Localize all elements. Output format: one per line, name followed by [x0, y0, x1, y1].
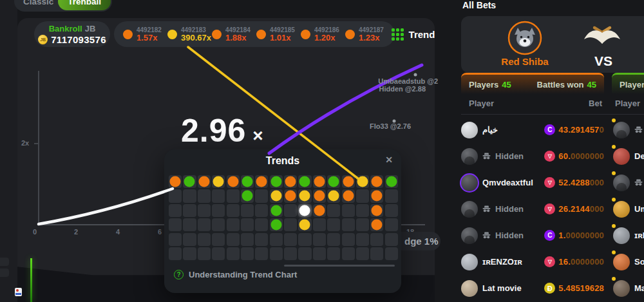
trend-cell — [385, 189, 398, 202]
bet-row[interactable]: H — [608, 117, 644, 143]
hidden-avatar-silhouette — [616, 130, 627, 138]
avatar — [461, 148, 478, 165]
trend-cell — [298, 233, 311, 246]
trend-cell — [342, 218, 355, 231]
trend-cell — [385, 175, 398, 188]
trend-cell — [227, 218, 240, 231]
bet-amount-group: C1.00000000 — [544, 230, 604, 241]
history-item[interactable]: 4492183390.67x — [167, 26, 212, 42]
column-header-player2: Player — [615, 99, 640, 108]
trend-cell — [356, 189, 369, 202]
jb-coin-icon: JB — [38, 35, 48, 44]
avatar — [613, 175, 630, 191]
trend-cell — [327, 175, 340, 188]
mode-tabs: Classic Trenball — [14, 0, 112, 12]
vs-label: VS — [594, 53, 612, 69]
trend-cell — [284, 233, 297, 246]
round-number: 4492183 — [181, 26, 211, 33]
trend-cell — [270, 233, 283, 246]
bet-row[interactable]: H — [608, 169, 644, 196]
avatar — [461, 254, 478, 270]
player-name: Soh — [634, 257, 644, 267]
incognito-icon — [634, 126, 643, 133]
coin-indicator-dot — [612, 145, 616, 149]
history-list: 44921821.57x4492183390.67x44921841.88x44… — [114, 21, 395, 47]
avatar — [613, 254, 630, 270]
multiplier-value: 2.96 — [181, 115, 246, 147]
tab-second-team-bets[interactable]: Players4 — [612, 73, 644, 94]
bet-row[interactable]: HiddenC1.00000000 — [461, 222, 604, 249]
trend-cell — [198, 189, 211, 202]
trend-dot-yellow — [299, 220, 310, 231]
history-item[interactable]: 44921861.20x — [301, 26, 345, 42]
trend-cell — [370, 204, 383, 217]
trends-button[interactable]: Trends — [392, 28, 435, 41]
trend-cell — [183, 175, 196, 188]
bet-row[interactable]: خيامC43.2914570 — [461, 117, 604, 143]
trend-cell — [370, 218, 383, 231]
avatar — [461, 280, 478, 297]
bets-list-left: خيامC43.2914570Hidden▽60.0000000Qmvdeaxt… — [461, 117, 604, 301]
trend-cell — [342, 247, 355, 260]
trend-cell — [298, 218, 311, 231]
bet-row[interactable]: Mad — [608, 275, 644, 301]
tab-classic[interactable]: Classic — [23, 0, 53, 6]
current-multiplier: 2.96 × — [181, 115, 263, 147]
tab-trenball[interactable]: Trenball — [58, 0, 111, 10]
bet-row[interactable]: Um — [608, 196, 644, 222]
hidden-avatar-silhouette — [464, 156, 475, 164]
trend-cell — [183, 247, 196, 260]
left-strip — [0, 0, 17, 302]
history-item[interactable]: 44921851.01x — [256, 26, 301, 42]
bet-row[interactable]: Hidden▽26.2144000 — [461, 196, 604, 222]
trend-cell — [255, 204, 268, 217]
trend-cell — [327, 204, 340, 217]
history-item[interactable]: 44921841.88x — [212, 26, 256, 42]
bet-row[interactable]: Hidden▽60.0000000 — [461, 143, 604, 169]
bankroll-selector[interactable]: BankrollJB JB 7117093576 — [34, 21, 110, 47]
trend-cell — [370, 175, 383, 188]
coin-trx-icon: ▽ — [544, 203, 555, 214]
y-axis-tick: 2x — [21, 139, 29, 147]
trend-cell — [169, 233, 182, 246]
trend-cell — [255, 218, 268, 231]
bet-row[interactable]: ɪʀENZOɪʀ▽16.0000000 — [461, 249, 604, 275]
trend-cell — [198, 233, 211, 246]
incognito-icon — [634, 179, 643, 186]
x-axis-tick: 0 — [33, 228, 37, 236]
player-name: Um — [634, 204, 644, 214]
close-icon[interactable]: ✕ — [385, 155, 393, 165]
bet-row[interactable]: Soh — [608, 249, 644, 275]
trend-grid-scrollbar[interactable] — [284, 265, 395, 267]
result-dot-icon — [256, 30, 266, 39]
x-axis-tick: 6 — [158, 228, 162, 236]
bet-row[interactable]: Qmvdeaxtful▽52.4288000 — [461, 169, 604, 196]
history-item[interactable]: 44921821.57x — [123, 26, 167, 42]
trend-cell — [169, 189, 182, 202]
round-multiplier: 1.88x — [225, 33, 251, 42]
trend-cell — [313, 233, 326, 246]
trend-cell — [241, 175, 254, 188]
crash-game-screen: Classic Trenball BankrollJB JB 711709357… — [0, 0, 644, 302]
trends-modal: Trends ✕ ? Understanding Trend Chart — [164, 149, 401, 293]
player-name: Hidden — [495, 204, 524, 214]
round-number: 4492186 — [314, 26, 339, 33]
trend-cell — [284, 189, 297, 202]
trend-cell — [255, 175, 268, 188]
team-versus-card: Red Shiba VS — [461, 16, 644, 73]
understanding-trend-chart-link[interactable]: ? Understanding Trend Chart — [174, 270, 297, 279]
bet-row[interactable]: Dev — [608, 143, 644, 169]
hidden-avatar-silhouette — [464, 236, 475, 243]
trend-dot-orange — [314, 205, 325, 216]
trend-cell — [327, 189, 340, 202]
bet-row[interactable]: Lat movieĐ5.48519628 — [461, 275, 604, 301]
bet-row[interactable]: ɪʀEN — [608, 222, 644, 249]
history-item[interactable]: 44921871.23x — [345, 26, 390, 42]
tab-red-shiba-bets[interactable]: Players45 Battles won45 — [461, 73, 604, 94]
bankroll-amount: 7117093576 — [51, 34, 106, 45]
trend-dot-orange — [372, 176, 383, 187]
divider — [461, 114, 644, 115]
result-dot-icon — [345, 30, 355, 39]
coin-indicator-dot — [612, 198, 616, 202]
y-tick-mark — [34, 143, 38, 144]
